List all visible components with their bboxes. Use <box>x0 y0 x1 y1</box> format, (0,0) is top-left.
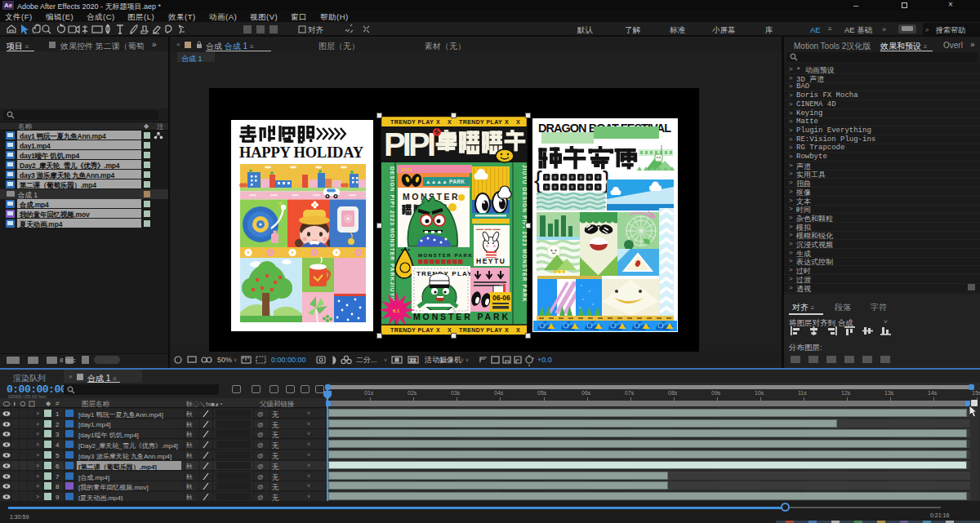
svg-text:✦✦✦: ✦✦✦ <box>400 247 411 252</box>
svg-text:50%: 50% <box>217 356 232 364</box>
svg-text:X: X <box>516 119 520 125</box>
svg-text:X: X <box>436 119 440 125</box>
svg-text:˅: ˅ <box>384 357 387 363</box>
svg-text:˅: ˅ <box>461 357 464 363</box>
svg-text:2022: 2022 <box>401 167 412 172</box>
svg-text:PIPI: PIPI <box>384 126 434 162</box>
svg-text:▬▬ ▬▬ ▬▬: ▬▬ ▬▬ ▬▬ <box>476 227 501 231</box>
svg-text:X: X <box>436 327 440 333</box>
svg-text:TRENDY PLAY: TRENDY PLAY <box>459 119 502 125</box>
svg-text:DESIGN PIPI 2023 MONSTER PARKJ: DESIGN PIPI 2023 MONSTER PARKJIUYU <box>390 166 395 302</box>
svg-text:HAPPY HOLIDAY: HAPPY HOLIDAY <box>239 144 364 161</box>
svg-text:X: X <box>448 327 452 333</box>
svg-text:MONSTER PARK: MONSTER PARK <box>418 253 473 258</box>
svg-text:X: X <box>516 327 520 333</box>
svg-text:1...: 1... <box>439 356 450 364</box>
svg-text:˅: ˅ <box>234 357 237 363</box>
svg-text:♦♦♦: ♦♦♦ <box>475 219 480 224</box>
svg-text:MONSTER PARK: MONSTER PARK <box>413 312 510 321</box>
svg-text:X: X <box>505 327 509 333</box>
svg-text:{: { <box>534 166 542 193</box>
svg-text:˅: ˅ <box>466 357 469 363</box>
svg-text:TRENDY PLAY: TRENDY PLAY <box>459 327 502 333</box>
svg-text:+0.0: +0.0 <box>537 356 552 364</box>
svg-text:HEYTU: HEYTU <box>476 257 506 265</box>
svg-text:TRENDY PLAY: TRENDY PLAY <box>390 119 434 125</box>
svg-text:▲▲▲▲ PARK: ▲▲▲▲ PARK <box>425 179 465 184</box>
svg-text:06-06: 06-06 <box>492 294 510 302</box>
svg-text:X: X <box>505 119 509 125</box>
svg-text:0:00:00:00: 0:00:00:00 <box>271 356 306 364</box>
svg-text:X: X <box>448 119 452 125</box>
svg-text:二分...: 二分... <box>356 356 377 364</box>
svg-text:6.1: 6.1 <box>393 308 400 313</box>
svg-text:22: 22 <box>410 357 416 363</box>
svg-text:TRENDY PLAY: TRENDY PLAY <box>390 327 434 333</box>
svg-text:JIUYU DESIGN PIPI 2023 MONSTER: JIUYU DESIGN PIPI 2023 MONSTER PARK <box>522 165 528 303</box>
